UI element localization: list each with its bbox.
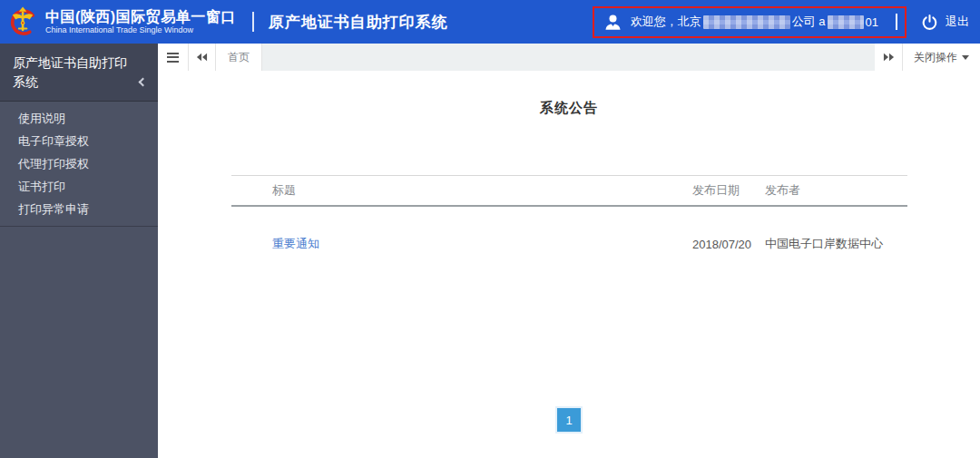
brand-title-en: China International Trade Single Window [45, 25, 236, 35]
close-operations-label: 关闭操作 [914, 50, 957, 65]
logo-icon [5, 5, 40, 39]
column-header-title: 标题 [231, 182, 692, 199]
table-header-row: 标题 发布日期 发布者 [231, 175, 907, 207]
column-header-date: 发布日期 [692, 182, 765, 199]
column-header-publisher: 发布者 [765, 182, 907, 199]
pagination: 1 [158, 408, 980, 432]
tab-home[interactable]: 首页 [216, 44, 262, 71]
hamburger-icon [167, 53, 179, 63]
welcome-text: 欢迎您，北京公司 a01 [631, 14, 878, 30]
welcome-prefix: 欢迎您，北京 [631, 14, 701, 30]
header-divider [252, 12, 254, 32]
tabbar-right-controls: 关闭操作 [875, 44, 980, 71]
sidebar-item-eseal-authorization[interactable]: 电子印章授权 [0, 130, 158, 152]
sidebar-item-agent-print-authorization[interactable]: 代理打印授权 [0, 152, 158, 175]
sidebar-header[interactable]: 原产地证书自助打印系统 [0, 44, 158, 102]
content-area: 系统公告 标题 发布日期 发布者 重要通知 2018/07/20 中国电子口岸数… [158, 71, 980, 458]
redaction-annotation-box: 欢迎您，北京公司 a01 [593, 6, 906, 38]
sidebar-title: 原产地证书自助打印系统 [13, 55, 127, 89]
sidebar-item-certificate-print[interactable]: 证书打印 [0, 175, 158, 198]
sidebar-item-usage-instructions[interactable]: 使用说明 [0, 107, 158, 130]
app-window: 中国(陕西)国际贸易单一窗口 China International Trade… [0, 0, 980, 458]
system-title: 原产地证书自助打印系统 [269, 12, 448, 33]
sidebar: 原产地证书自助打印系统 使用说明 电子印章授权 代理打印授权 证书打印 打印异常… [0, 44, 158, 458]
tab-home-label: 首页 [228, 50, 250, 65]
sidebar-item-print-exception-request[interactable]: 打印异常申请 [0, 198, 158, 220]
redacted-company-name [703, 15, 790, 29]
power-icon [921, 14, 938, 31]
welcome-separator [896, 14, 897, 30]
logout-button[interactable]: 退出 [921, 14, 969, 31]
sidebar-toggle-button[interactable] [158, 44, 189, 71]
brand-text: 中国(陕西)国际贸易单一窗口 China International Trade… [45, 9, 236, 35]
sidebar-menu: 使用说明 电子印章授权 代理打印授权 证书打印 打印异常申请 [0, 102, 158, 227]
header-right: 欢迎您，北京公司 a01 退出 [593, 6, 969, 38]
top-header: 中国(陕西)国际贸易单一窗口 China International Trade… [0, 0, 980, 44]
table-row: 重要通知 2018/07/20 中国电子口岸数据中心 [231, 207, 907, 261]
scroll-tabs-left-button[interactable] [189, 44, 216, 71]
main-area: 首页 关闭操作 系统公告 [158, 44, 980, 458]
brand-title-zh: 中国(陕西)国际贸易单一窗口 [45, 9, 236, 25]
tabbar-empty-area [262, 44, 875, 71]
tab-bar: 首页 关闭操作 [158, 44, 980, 71]
welcome-suffix: 01 [866, 15, 878, 29]
close-operations-dropdown[interactable]: 关闭操作 [902, 44, 980, 71]
dropdown-caret-icon [962, 55, 969, 60]
announcement-link[interactable]: 重要通知 [272, 237, 319, 250]
scroll-tabs-right-button[interactable] [875, 44, 902, 71]
announcement-date: 2018/07/20 [692, 238, 765, 251]
announcement-publisher: 中国电子口岸数据中心 [765, 236, 907, 252]
page-title: 系统公告 [158, 100, 980, 117]
user-avatar-icon [603, 13, 622, 32]
page-button-1[interactable]: 1 [557, 408, 581, 432]
welcome-middle: 公司 a [792, 14, 826, 30]
redacted-account-id [828, 15, 864, 29]
double-left-arrow-icon [196, 53, 208, 62]
logout-label: 退出 [946, 14, 969, 30]
announcements-table: 标题 发布日期 发布者 重要通知 2018/07/20 中国电子口岸数据中心 [231, 175, 907, 261]
brand: 中国(陕西)国际贸易单一窗口 China International Trade… [5, 5, 236, 39]
collapse-chevron-icon [139, 78, 148, 87]
double-right-arrow-icon [883, 53, 895, 62]
